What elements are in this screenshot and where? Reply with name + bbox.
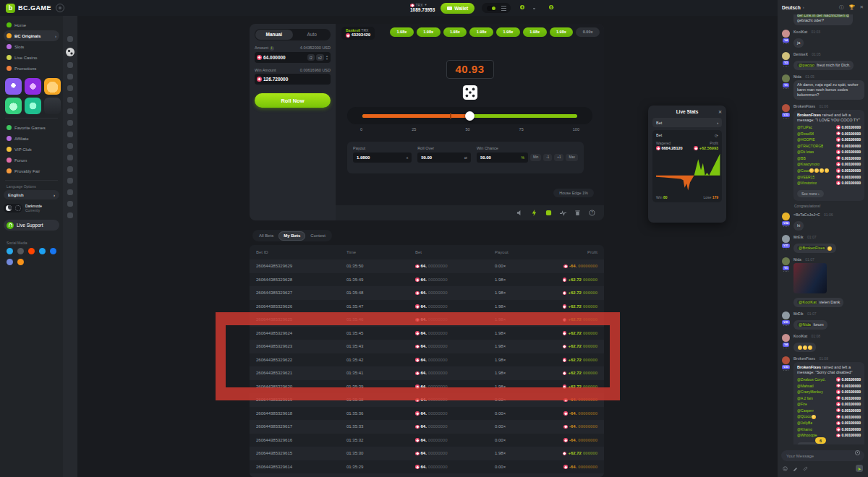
table-row[interactable]: 26064438532961801:35:3664.000000000.00×-… xyxy=(250,407,604,421)
stats-filter-select[interactable]: Bet › xyxy=(652,118,722,127)
sidebar-item-bc-originals[interactable]: BC Originals › xyxy=(4,30,59,41)
language-select[interactable]: English › xyxy=(4,190,59,199)
stats-icon[interactable] xyxy=(560,210,566,216)
theme-toggle[interactable] xyxy=(4,204,22,212)
theme-switcher[interactable]: Darkmode Currently xyxy=(4,204,59,212)
rail-game-icon[interactable] xyxy=(67,201,73,207)
avatar[interactable] xyxy=(782,74,790,82)
facebook-icon[interactable] xyxy=(50,248,56,254)
tab-contest[interactable]: Contest xyxy=(305,231,331,241)
table-row[interactable]: 26064438532962901:35:5064.000000000.00×-… xyxy=(250,259,604,273)
reset-icon[interactable]: ⟳ xyxy=(715,133,718,138)
trash-icon[interactable] xyxy=(574,210,581,216)
game-tile-gem[interactable] xyxy=(25,98,41,114)
send-icon[interactable]: ➤ xyxy=(856,465,863,472)
rail-game-icon[interactable] xyxy=(67,212,73,218)
collapse-icon[interactable] xyxy=(56,4,64,12)
avatar[interactable] xyxy=(782,334,790,342)
sidebar-item-favorite-games[interactable]: Favorite Games xyxy=(4,122,59,133)
slider-track[interactable] xyxy=(362,114,577,118)
rules-icon[interactable] xyxy=(793,466,798,471)
message-bubble[interactable] xyxy=(793,343,816,352)
win-chance-input[interactable]: 50.00 % xyxy=(477,152,528,163)
table-row[interactable]: 26064438532962801:35:4964.000000001.98×+… xyxy=(250,273,604,287)
roll-now-button[interactable]: Roll Now xyxy=(255,93,331,108)
balance-dropdown[interactable]: TRX ▼ 1089.73953 xyxy=(410,4,435,13)
chat-image[interactable] xyxy=(793,263,827,293)
message-bubble[interactable]: der Link in der Nachrichten lggebracht o… xyxy=(793,14,853,25)
sound-icon[interactable] xyxy=(516,210,523,216)
game-tile-rocket[interactable] xyxy=(5,98,22,114)
sidebar-item-promotions[interactable]: Promotions xyxy=(4,63,59,74)
avatar[interactable] xyxy=(782,52,790,60)
table-row[interactable]: 26064438532961501:35:3064.000000001.98×+… xyxy=(250,447,604,460)
result-pill[interactable]: 1.98x xyxy=(496,27,520,37)
tab-all-bets[interactable]: All Bets xyxy=(254,231,278,241)
rail-game-icon[interactable] xyxy=(67,97,73,103)
tab-my-bets[interactable]: My Bets xyxy=(278,231,305,241)
live-support-button[interactable]: Live Support xyxy=(4,220,59,231)
chat-message-input[interactable] xyxy=(781,450,864,461)
twitter-icon[interactable] xyxy=(39,248,46,254)
discord-icon[interactable] xyxy=(7,259,13,265)
avatar[interactable] xyxy=(782,311,790,319)
roll-slider[interactable] xyxy=(347,107,592,124)
swap-icon[interactable]: ⇄ xyxy=(464,155,467,160)
result-pill[interactable]: 1.98x xyxy=(443,27,467,37)
info-icon[interactable]: i xyxy=(270,46,274,51)
sidebar-item-vip-club[interactable]: VIP Club xyxy=(4,144,59,155)
info-icon[interactable]: ⓘ xyxy=(839,4,844,11)
max-button[interactable]: Max xyxy=(566,154,578,162)
rail-game-icon[interactable] xyxy=(67,74,73,80)
sidebar-item-live-casino[interactable]: Live Casino xyxy=(4,52,59,63)
turbo-icon[interactable] xyxy=(531,210,537,216)
payout-input[interactable]: 1.9800 x xyxy=(353,152,412,163)
game-tile-flower[interactable] xyxy=(25,78,41,95)
minus-one-button[interactable]: -1 xyxy=(543,154,552,162)
slider-handle[interactable] xyxy=(465,111,475,121)
game-tile-bag[interactable] xyxy=(44,78,61,95)
trophy-icon[interactable]: 🏆 xyxy=(848,4,854,10)
sidebar-item-forum[interactable]: Forum xyxy=(4,155,59,166)
table-row[interactable]: 26064438532961301:35:2864.000000000.00×-… xyxy=(250,473,604,477)
telegram-icon[interactable] xyxy=(7,248,13,254)
rail-game-icon[interactable] xyxy=(67,155,73,160)
new-messages-badge[interactable]: 6 xyxy=(815,437,826,444)
sidebar-item-affiliate[interactable]: Affiliate xyxy=(4,133,59,144)
rail-game-icon[interactable] xyxy=(67,132,73,137)
min-button[interactable]: Min xyxy=(530,154,541,162)
avatar[interactable] xyxy=(782,235,790,243)
rail-game-icon[interactable] xyxy=(67,85,73,91)
attachment-icon[interactable] xyxy=(803,466,808,471)
sidebar-item-provably-fair[interactable]: Provably Fair xyxy=(4,166,59,176)
message-bubble[interactable]: @pacojo freut mich für Dich. xyxy=(793,61,854,70)
amount-input[interactable]: 64.000000 /2 x2 ▲▼ xyxy=(255,52,331,63)
see-more-button[interactable]: See more › xyxy=(797,190,824,197)
game-tile-wheel[interactable] xyxy=(5,78,22,95)
close-chat-icon[interactable]: ✕ xyxy=(860,4,864,10)
table-row[interactable]: 26064438532962701:35:4864.000000001.98×+… xyxy=(250,286,604,300)
tab-auto[interactable]: Auto xyxy=(294,30,331,40)
rail-game-icon[interactable] xyxy=(67,189,73,195)
double-button[interactable]: x2 xyxy=(316,54,324,61)
result-pill[interactable]: 1.98x xyxy=(550,27,574,37)
tab-manual[interactable]: Manual xyxy=(255,30,293,40)
plus-one-button[interactable]: +1 xyxy=(554,154,563,162)
message-bubble[interactable]: hi xyxy=(793,221,804,231)
result-pill-loss[interactable]: 0.00x xyxy=(576,27,600,37)
bitcointalk-icon[interactable] xyxy=(17,259,24,265)
bankroll-box[interactable]: Bankroll TRX 43203429 xyxy=(341,27,375,40)
display-toggle[interactable] xyxy=(482,3,511,13)
wallet-button[interactable]: Wallet xyxy=(441,3,475,14)
result-pill[interactable]: 1.98x xyxy=(417,27,441,37)
table-row[interactable]: 26064438532961701:35:3364.000000000.00×-… xyxy=(250,420,604,434)
result-pill[interactable]: 1.98x xyxy=(390,27,414,37)
rail-game-icon[interactable] xyxy=(67,120,73,126)
result-pill[interactable]: 1.98x xyxy=(469,27,493,37)
rail-game-icon[interactable] xyxy=(67,108,73,114)
rail-dice-icon-active[interactable] xyxy=(66,48,75,56)
message-bubble[interactable]: @KoolKat vielen Dank xyxy=(793,298,843,307)
message-bubble[interactable]: @BrokenFixes xyxy=(793,244,836,253)
message-bubble[interactable]: @Nida forum xyxy=(793,320,827,330)
win-amount-input[interactable]: 126.720000 xyxy=(255,74,331,85)
